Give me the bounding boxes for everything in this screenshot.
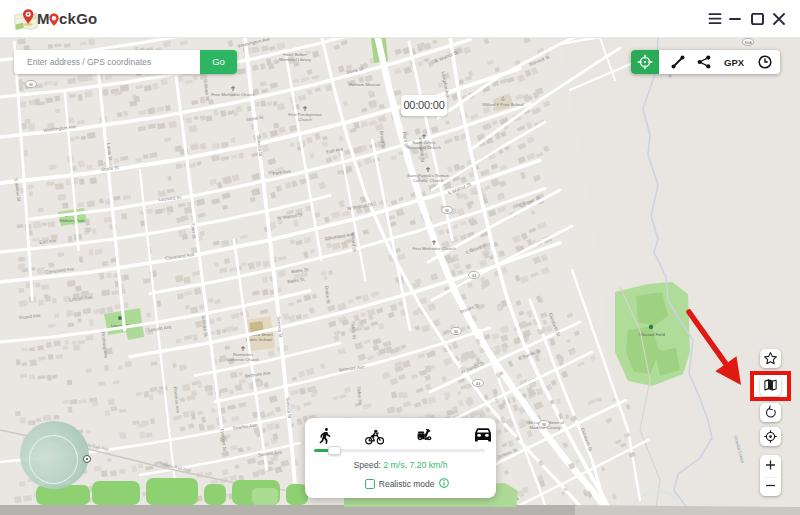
- svg-text:First Methodist Church: First Methodist Church: [412, 246, 456, 251]
- svg-text:44: 44: [472, 273, 477, 278]
- svg-text:Catholic Church: Catholic Church: [413, 178, 444, 183]
- svg-text:44: 44: [476, 381, 481, 386]
- svg-text:⛪: ⛪: [501, 96, 506, 101]
- svg-text:Willard F Prior School: Willard F Prior School: [482, 102, 524, 107]
- svg-text:Memorial Library: Memorial Library: [279, 57, 312, 62]
- svg-text:Church: Church: [298, 117, 312, 122]
- svg-text:M: M: [445, 208, 449, 213]
- svg-text:M: M: [454, 329, 458, 334]
- svg-text:M: M: [542, 422, 546, 427]
- svg-text:Free Methodist Church: Free Methodist Church: [211, 92, 255, 97]
- svg-text:Holmes Park: Holmes Park: [59, 218, 85, 223]
- svg-text:Lutheran Church: Lutheran Church: [227, 357, 260, 362]
- svg-text:36A: 36A: [744, 40, 752, 45]
- svg-text:Farnam Massae: Farnam Massae: [349, 82, 381, 87]
- svg-text:Episcopal Church: Episcopal Church: [407, 145, 441, 150]
- svg-text:Public School: Public School: [246, 337, 273, 342]
- svg-text:M: M: [29, 82, 33, 87]
